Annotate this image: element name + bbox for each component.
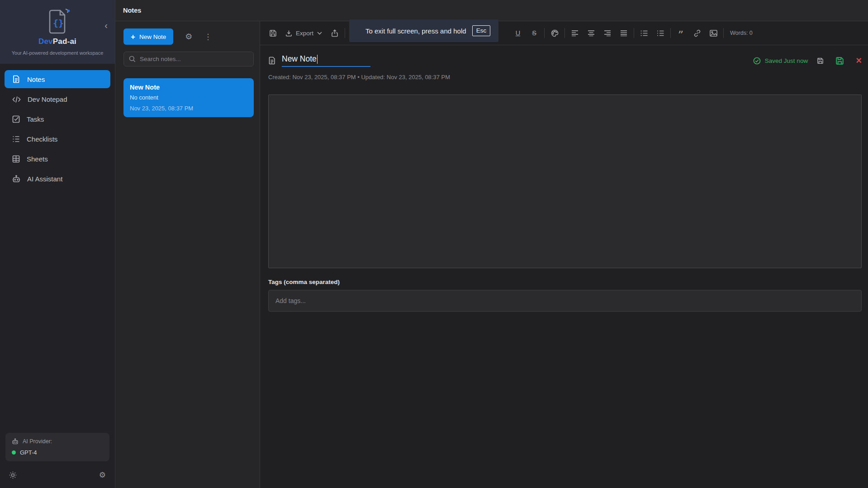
- collapse-icon: ‹: [104, 20, 108, 30]
- underline-button[interactable]: U: [512, 26, 524, 40]
- search-icon: [129, 56, 136, 62]
- numbered-list-button[interactable]: [654, 26, 667, 40]
- check-square-icon: [12, 115, 20, 123]
- insert-image-button[interactable]: [707, 26, 720, 40]
- underline-icon: U: [516, 29, 520, 37]
- notes-more-button[interactable]: ⋮: [204, 33, 212, 41]
- save-note-button[interactable]: [835, 57, 844, 65]
- workspace: + New Note ⚙ ⋮ New Note No content Nov 2…: [115, 21, 868, 488]
- note-icon: [268, 57, 276, 65]
- toolbar-divider: [564, 28, 565, 38]
- align-center-icon: [588, 30, 595, 36]
- tags-input[interactable]: [275, 297, 854, 304]
- sidebar: {} DevPad-ai Your AI-powered development…: [0, 0, 115, 488]
- code-icon: [12, 96, 21, 103]
- note-item-title: New Note: [130, 84, 247, 91]
- save-icon: [835, 57, 844, 65]
- app-logo: {}: [0, 7, 115, 35]
- sidebar-item-tasks[interactable]: Tasks: [5, 110, 110, 128]
- sidebar-nav: Notes Dev Notepad Tasks Checklists Sheet…: [0, 64, 115, 188]
- align-justify-button[interactable]: [617, 26, 630, 40]
- quote-button[interactable]: ”: [674, 26, 687, 40]
- note-title-input[interactable]: New Note: [282, 54, 370, 67]
- sidebar-item-checklists[interactable]: Checklists: [5, 130, 110, 148]
- download-icon: [285, 30, 292, 37]
- page-title: Notes: [123, 7, 141, 14]
- sidebar-header: {} DevPad-ai Your AI-powered development…: [0, 0, 115, 64]
- strikethrough-icon: S: [532, 29, 536, 37]
- note-content-textarea[interactable]: [268, 95, 862, 268]
- save-draft-button[interactable]: [817, 57, 824, 64]
- align-right-button[interactable]: [601, 26, 614, 40]
- tags-label: Tags (comma separated): [268, 279, 862, 285]
- plus-icon: +: [131, 33, 135, 41]
- logo-icon: {}: [42, 7, 73, 35]
- save-icon: [269, 29, 277, 37]
- provider-status-dot: [12, 450, 16, 455]
- bullet-list-button[interactable]: [638, 26, 650, 40]
- notes-list-panel: + New Note ⚙ ⋮ New Note No content Nov 2…: [115, 21, 260, 488]
- sidebar-footer: ⚙: [0, 468, 115, 488]
- gear-icon: ⚙: [99, 471, 106, 479]
- notes-search-box: [123, 52, 254, 66]
- sidebar-item-notes[interactable]: Notes: [5, 70, 110, 88]
- check-circle-icon: [753, 57, 761, 65]
- app-title: DevPad-ai: [0, 37, 115, 46]
- word-count: Words: 0: [730, 30, 753, 36]
- app-tagline: Your AI-powered development workspace: [0, 50, 115, 56]
- notes-panel-actions: + New Note ⚙ ⋮: [123, 28, 254, 45]
- toolbar-divider: [544, 28, 545, 38]
- save-icon: [817, 57, 824, 64]
- toolbar-divider: [670, 28, 671, 38]
- sidebar-item-dev-notepad[interactable]: Dev Notepad: [5, 90, 110, 108]
- ai-provider-card: AI Provider: GPT-4: [5, 433, 109, 461]
- link-button[interactable]: [691, 26, 703, 40]
- theme-toggle-button[interactable]: [9, 471, 17, 479]
- quote-icon: ”: [678, 28, 683, 38]
- tags-input-wrap: [268, 290, 862, 312]
- share-icon: [331, 29, 338, 37]
- export-button[interactable]: Export: [283, 26, 325, 40]
- table-icon: [12, 155, 20, 163]
- sun-icon: [9, 471, 17, 479]
- align-left-icon: [571, 30, 579, 36]
- chevron-down-icon: [317, 32, 322, 35]
- text-color-button[interactable]: [548, 26, 561, 40]
- link-icon: [693, 29, 701, 37]
- sidebar-item-label: Dev Notepad: [28, 95, 67, 103]
- note-title-text: New Note: [282, 54, 317, 64]
- sidebar-item-label: Checklists: [27, 135, 57, 143]
- save-button[interactable]: [266, 26, 279, 40]
- sidebar-item-ai-assistant[interactable]: AI Assistant: [5, 170, 110, 188]
- new-note-button[interactable]: + New Note: [123, 28, 173, 45]
- note-list: New Note No content Nov 23, 2025, 08:37 …: [123, 78, 254, 117]
- notes-settings-button[interactable]: ⚙: [185, 33, 192, 41]
- note-editor: Export B U S: [260, 21, 868, 488]
- esc-key-badge: Esc: [472, 25, 491, 36]
- strikethrough-button[interactable]: S: [528, 26, 541, 40]
- note-item-preview: No content: [130, 94, 247, 101]
- svg-text:{}: {}: [53, 18, 64, 28]
- sidebar-collapse-button[interactable]: ‹: [104, 21, 108, 30]
- share-button[interactable]: [328, 26, 341, 40]
- align-left-button[interactable]: [569, 26, 581, 40]
- sidebar-item-label: Tasks: [27, 115, 44, 123]
- image-icon: [710, 30, 717, 37]
- close-icon: ×: [856, 56, 862, 66]
- notes-search-input[interactable]: [140, 56, 248, 62]
- align-right-icon: [604, 30, 611, 36]
- settings-button[interactable]: ⚙: [99, 471, 106, 479]
- sidebar-item-sheets[interactable]: Sheets: [5, 150, 110, 168]
- bullet-list-icon: [640, 30, 648, 36]
- note-icon: [12, 75, 20, 83]
- close-editor-button[interactable]: ×: [856, 56, 862, 66]
- align-center-button[interactable]: [585, 26, 598, 40]
- bot-icon: [12, 175, 20, 183]
- toolbar-divider: [345, 28, 345, 38]
- note-list-item[interactable]: New Note No content Nov 23, 2025, 08:37 …: [123, 78, 254, 117]
- toast-text: To exit full screen, press and hold: [365, 27, 466, 35]
- sidebar-spacer: [0, 188, 115, 433]
- toolbar-divider: [723, 28, 724, 38]
- save-status: Saved Just now: [753, 57, 808, 65]
- palette-icon: [551, 29, 559, 37]
